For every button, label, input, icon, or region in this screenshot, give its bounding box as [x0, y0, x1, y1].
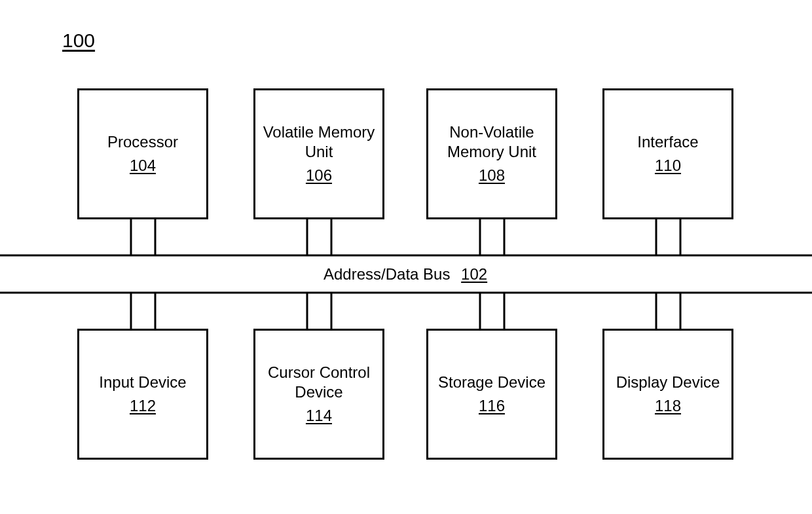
box-storage-device: Storage Device 116 [426, 329, 557, 460]
box-ref: 108 [479, 166, 505, 185]
box-input-device: Input Device 112 [77, 329, 208, 460]
box-interface: Interface 110 [602, 88, 733, 219]
figure-number: 100 [62, 29, 95, 52]
box-label: Cursor Control Device [255, 363, 382, 402]
box-ref: 104 [130, 156, 156, 175]
box-label: Storage Device [438, 373, 545, 392]
box-display-device: Display Device 118 [602, 329, 733, 460]
bus-text: Address/Data Bus [323, 265, 450, 283]
box-nonvolatile-memory: Non-Volatile Memory Unit 108 [426, 88, 557, 219]
box-ref: 116 [479, 396, 505, 416]
bus-label: Address/Data Bus 102 [323, 265, 487, 284]
box-volatile-memory: Volatile Memory Unit 106 [253, 88, 384, 219]
box-label: Display Device [616, 373, 720, 392]
box-processor: Processor 104 [77, 88, 208, 219]
box-label: Volatile Memory Unit [255, 122, 382, 162]
box-label: Interface [637, 132, 698, 152]
bus-ref: 102 [461, 265, 487, 283]
box-label: Input Device [99, 373, 186, 392]
box-label: Non-Volatile Memory Unit [428, 122, 555, 162]
box-cursor-control-device: Cursor Control Device 114 [253, 329, 384, 460]
box-ref: 110 [655, 156, 681, 175]
box-label: Processor [107, 132, 178, 152]
box-ref: 112 [130, 396, 156, 416]
box-ref: 118 [655, 396, 681, 416]
box-ref: 114 [306, 406, 332, 426]
diagram-canvas: 100 Processor 104 Volatile Memory Unit 1… [0, 0, 812, 514]
box-ref: 106 [306, 166, 332, 185]
